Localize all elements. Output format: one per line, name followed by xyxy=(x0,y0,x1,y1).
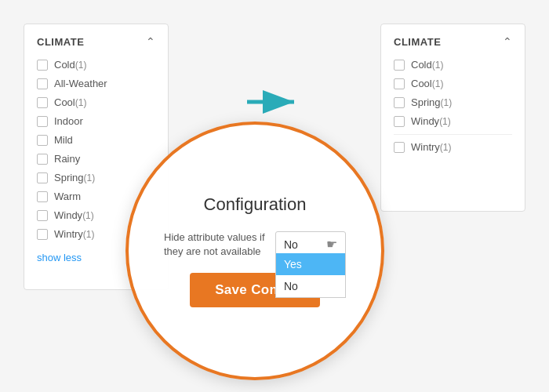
dropdown-container: No ☛ Yes No xyxy=(275,231,346,258)
filter-item-label: Cool xyxy=(54,96,75,108)
filter-item-label: Wintry xyxy=(54,228,83,240)
filter-checkbox[interactable] xyxy=(394,97,405,108)
filter-item-label: Indoor xyxy=(54,115,83,127)
left-filter-item: Mild xyxy=(37,134,155,146)
filter-item-label: Mild xyxy=(54,134,73,146)
left-panel-header: CLIMATE ⌃ xyxy=(37,35,155,48)
filter-checkbox[interactable] xyxy=(394,116,405,127)
filter-checkbox[interactable] xyxy=(37,229,48,240)
right-filter-items: Cold (1)Cool (1)Spring (1)Windy (1)Wintr… xyxy=(394,59,512,153)
filter-checkbox[interactable] xyxy=(37,154,48,165)
right-chevron-up-icon[interactable]: ⌃ xyxy=(503,35,512,48)
dropdown-options: Yes No xyxy=(275,253,346,298)
show-less-link[interactable]: show less xyxy=(37,252,82,263)
filter-item-label: All-Weather xyxy=(54,78,107,89)
right-filter-item: Windy (1) xyxy=(394,115,512,127)
filter-item-count: (1) xyxy=(75,97,87,108)
filter-item-count: (1) xyxy=(439,116,451,127)
arrow-container xyxy=(169,86,380,118)
filter-checkbox[interactable] xyxy=(37,172,48,183)
filter-item-label: Windy xyxy=(54,209,82,221)
filter-checkbox[interactable] xyxy=(394,60,405,71)
filter-item-label: Spring xyxy=(411,96,441,108)
right-panel-title: CLIMATE xyxy=(394,36,441,48)
filter-checkbox[interactable] xyxy=(37,97,48,108)
dropdown-option-yes[interactable]: Yes xyxy=(276,253,345,275)
chevron-up-icon[interactable]: ⌃ xyxy=(146,35,155,48)
right-filter-panel: CLIMATE ⌃ Cold (1)Cool (1)Spring (1)Wind… xyxy=(380,24,525,212)
filter-checkbox[interactable] xyxy=(37,210,48,221)
main-container: CLIMATE ⌃ Cold (1)All-WeatherCool (1)Ind… xyxy=(0,0,549,392)
right-panel-header: CLIMATE ⌃ xyxy=(394,35,512,48)
arrow-icon xyxy=(243,86,306,118)
right-filter-item: Spring (1) xyxy=(394,96,512,108)
left-panel-title: CLIMATE xyxy=(37,36,84,48)
filter-item-label: Warm xyxy=(54,191,81,202)
filter-item-label: Cool xyxy=(411,78,432,89)
filter-item-count: (1) xyxy=(440,142,452,153)
right-filter-item: Cold (1) xyxy=(394,59,512,71)
filter-item-count: (1) xyxy=(83,229,95,240)
config-overlay: Configuration Hide attribute values if t… xyxy=(125,122,384,380)
left-filter-item: Indoor xyxy=(37,115,155,127)
right-filter-item: Wintry (1) xyxy=(394,141,512,153)
filter-item-label: Rainy xyxy=(54,153,80,165)
left-filter-item: All-Weather xyxy=(37,78,155,89)
filter-checkbox[interactable] xyxy=(37,78,48,89)
config-row: Hide attribute values if they are not av… xyxy=(144,230,365,259)
left-filter-item: Cool (1) xyxy=(37,96,155,108)
filter-checkbox[interactable] xyxy=(37,116,48,127)
filter-item-label: Spring xyxy=(54,172,84,183)
cursor-icon: ☛ xyxy=(326,237,337,252)
left-filter-item: Rainy xyxy=(37,153,155,165)
filter-checkbox[interactable] xyxy=(37,191,48,202)
filter-item-label: Cold xyxy=(411,59,432,71)
filter-item-count: (1) xyxy=(84,172,96,183)
config-label: Hide attribute values if they are not av… xyxy=(164,230,266,259)
filter-item-count: (1) xyxy=(432,78,444,89)
dropdown-option-no[interactable]: No xyxy=(276,275,345,297)
filter-checkbox[interactable] xyxy=(394,142,405,153)
filter-item-label: Cold xyxy=(54,59,75,71)
filter-item-count: (1) xyxy=(82,210,94,221)
filter-checkbox[interactable] xyxy=(394,78,405,89)
filter-item-count: (1) xyxy=(75,60,87,71)
filter-item-label: Windy xyxy=(411,115,439,127)
dropdown-box[interactable]: No ☛ Yes No xyxy=(275,231,346,258)
config-title: Configuration xyxy=(204,194,307,215)
filter-item-count: (1) xyxy=(432,60,444,71)
filter-checkbox[interactable] xyxy=(37,60,48,71)
filter-item-count: (1) xyxy=(441,97,453,108)
filter-item-label: Wintry xyxy=(411,141,440,153)
filter-checkbox[interactable] xyxy=(37,135,48,146)
right-filter-item: Cool (1) xyxy=(394,78,512,89)
left-filter-item: Cold (1) xyxy=(37,59,155,71)
separator xyxy=(394,134,512,135)
dropdown-selected-text: No xyxy=(284,238,298,251)
left-filter-item: Spring (1) xyxy=(37,172,155,183)
